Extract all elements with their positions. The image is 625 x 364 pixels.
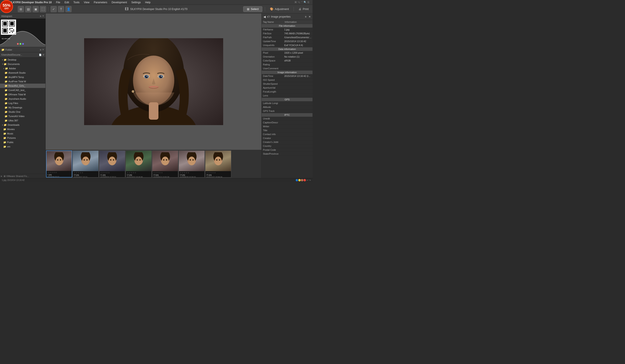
props-label: Contact info	[262, 133, 283, 136]
histogram-close[interactable]: ✕	[42, 15, 44, 17]
toolbar-btn-view2[interactable]: ▣	[32, 6, 39, 12]
tree-item[interactable]: 📁vm	[0, 144, 45, 149]
props-value	[283, 94, 312, 98]
thumbnail-item[interactable]: ☆☆☆☆☆10.jpg2015/10/17 10:13...	[73, 150, 99, 177]
svg-point-64	[216, 159, 217, 161]
right-panel-header: ◀ 🏷 Image properties ≡ ✕	[262, 13, 312, 20]
histogram-curve	[0, 27, 45, 47]
props-value	[283, 125, 312, 128]
svg-rect-4	[10, 22, 14, 26]
props-value: /Users/test/Documents/Be	[283, 36, 312, 39]
thumb-date: 2015/09/13 13:02:28	[153, 176, 177, 178]
print-button[interactable]: 🖨 Print	[296, 6, 311, 11]
tree-item[interactable]: ▾📁Documents	[0, 62, 45, 66]
toolbar-btn-grid[interactable]: ⊞	[18, 6, 24, 12]
tree-item[interactable]: 📁DRmare Tidal M	[0, 92, 45, 97]
status-bar: 1.jpg 15/10/14 13:16:42 🔵🟡🟤🔴 ↩ ↪	[0, 178, 312, 182]
tree-item[interactable]: 📁Public	[0, 140, 45, 144]
props-value	[283, 133, 312, 136]
folder-panel: 📁 Folder ≡ ✕ /Users/test/Docume... 📄 ↺ ▸…	[0, 47, 45, 178]
right-panel-expand[interactable]: ◀	[263, 15, 266, 19]
thumb-date: 2015/10/17 10:13...	[74, 176, 97, 178]
folder-expand[interactable]: ≡	[40, 48, 41, 51]
tree-item[interactable]: 📁Music	[0, 131, 45, 136]
props-label: Creator's Jobti	[262, 140, 283, 144]
tree-item[interactable]: 📁My Drawings	[0, 105, 45, 110]
svg-point-60	[192, 159, 194, 161]
tree-item[interactable]: 📁Studio One	[0, 110, 45, 114]
menu-help[interactable]: Help	[143, 1, 152, 4]
menu-view[interactable]: View	[82, 1, 91, 4]
thumbnail-item[interactable]: ☆☆☆☆☆12.jpg2015/10/12 10:16:30	[125, 150, 152, 177]
thumb-date: 2015/11/17 10:04:24	[206, 176, 230, 178]
col-tag-name: Tag Name	[262, 20, 283, 24]
props-label: Latitude Longi	[262, 101, 283, 105]
tree-item[interactable]: ▸📁Adobe	[0, 66, 45, 71]
svg-point-55	[166, 159, 167, 161]
props-row: Lens	[262, 94, 312, 98]
props-label: FileName	[262, 28, 283, 31]
thumbnail-item[interactable]: ☆☆☆☆☆1.jpg15/10/14 13:12:...	[46, 150, 72, 177]
tree-item[interactable]: 📁Beautiful_Girls_	[0, 84, 45, 88]
menu-app-name[interactable]: SILKYPIX Developer Studio Pro 10	[7, 1, 54, 4]
folder-close[interactable]: ✕	[42, 48, 44, 51]
props-value	[283, 136, 312, 140]
props-row: ISO Speed	[262, 78, 312, 82]
svg-point-39	[83, 159, 85, 161]
thumbnail-item[interactable]: ☆☆☆☆☆13.jpg2015/09/13 13:02:28	[152, 150, 178, 177]
props-label: FilePath	[262, 36, 283, 39]
folder-tree[interactable]: ▸📁Desktop ▾📁Documents ▸📁Adobe 📁Aiseesoft…	[0, 57, 45, 174]
tree-item[interactable]: 📁AnyMP4 Temp	[0, 75, 45, 79]
toolbar-btn-text[interactable]: T	[58, 6, 64, 12]
select-button[interactable]: ⊞ Select	[243, 6, 262, 12]
folder-path-file[interactable]: 📄	[39, 54, 41, 56]
tree-item[interactable]: 📁TunesKit Video	[0, 114, 45, 118]
props-label: ShutterSpeed	[262, 82, 283, 86]
tree-item[interactable]: ▸📁Downloads	[0, 123, 45, 127]
tree-item[interactable]: 📁Log Files	[0, 101, 45, 105]
vm-item: ▶ 🖥 VMware Shared Fo...	[0, 174, 45, 178]
tree-item[interactable]: 📁AudFree Tidal M	[0, 79, 45, 84]
menu-file[interactable]: File	[54, 1, 62, 4]
tree-item[interactable]: 📁Aiseesoft Studio	[0, 71, 45, 75]
props-label: FocalLength	[262, 90, 283, 94]
tree-item[interactable]: 📁CorelCAD_test_	[0, 88, 45, 92]
folder-refresh[interactable]: ↺	[42, 54, 44, 56]
svg-point-43	[109, 157, 116, 165]
props-section-header: Image information	[262, 71, 312, 74]
toolbar-btn-person[interactable]: 👤	[65, 6, 71, 12]
thumb-filename: 15.jpg	[206, 174, 230, 176]
menu-tools[interactable]: Tools	[72, 1, 81, 4]
menu-bar: 🍎 SILKYPIX Developer Studio Pro 10 File …	[0, 0, 312, 5]
tree-item[interactable]: ▸📁Desktop	[0, 57, 45, 62]
menu-parameters[interactable]: Parameters	[92, 1, 109, 4]
right-panel-menu[interactable]: ≡	[305, 15, 306, 18]
tree-item[interactable]: 📁Pictures	[0, 136, 45, 140]
toolbar-btn-fullscreen[interactable]: ⛶	[40, 6, 46, 12]
folder-path-text: /Users/test/Docume...	[1, 54, 38, 56]
thumb-info: ☆☆☆☆☆1.jpg15/10/14 13:12:...	[47, 171, 72, 177]
tree-item[interactable]: 📁Joyoshare Audio	[0, 97, 45, 101]
thumbnail-item[interactable]: ☆☆☆☆☆15.jpg2015/11/17 10:04:24	[205, 150, 231, 177]
svg-point-26	[159, 75, 162, 78]
thumbnail-item[interactable]: ☆☆☆☆☆14.jpg2015/04/18 10:24:23	[179, 150, 205, 177]
toolbar-btn-check[interactable]: ✓	[51, 6, 57, 12]
toolbar-btn-view1[interactable]: ▤	[25, 6, 31, 12]
menu-edit[interactable]: Edit	[63, 1, 71, 4]
adjustment-button[interactable]: 🎨 Adjustment	[268, 6, 291, 11]
right-panel-close[interactable]: ✕	[309, 15, 311, 18]
menu-settings[interactable]: Settings	[129, 1, 142, 4]
histogram-expand[interactable]: ≡	[40, 15, 41, 17]
toolbar-sep-2	[265, 7, 265, 11]
right-panel: ◀ 🏷 Image properties ≡ ✕ Tag Name Inform…	[261, 13, 312, 178]
props-row: Contact info	[262, 133, 312, 136]
thumb-filename: 12.jpg	[127, 174, 151, 176]
svg-point-59	[189, 159, 191, 161]
tree-item[interactable]: 📁Ultra 387	[0, 118, 45, 123]
props-label: Pixel	[262, 51, 283, 55]
tree-item[interactable]: 📁Movies	[0, 127, 45, 131]
svg-point-28	[161, 76, 162, 77]
menu-development[interactable]: Development	[110, 1, 129, 4]
thumbnail-item[interactable]: ☆☆☆☆☆11.jpg2015/09/18 12:19:21	[99, 150, 125, 177]
svg-point-27	[147, 76, 147, 77]
